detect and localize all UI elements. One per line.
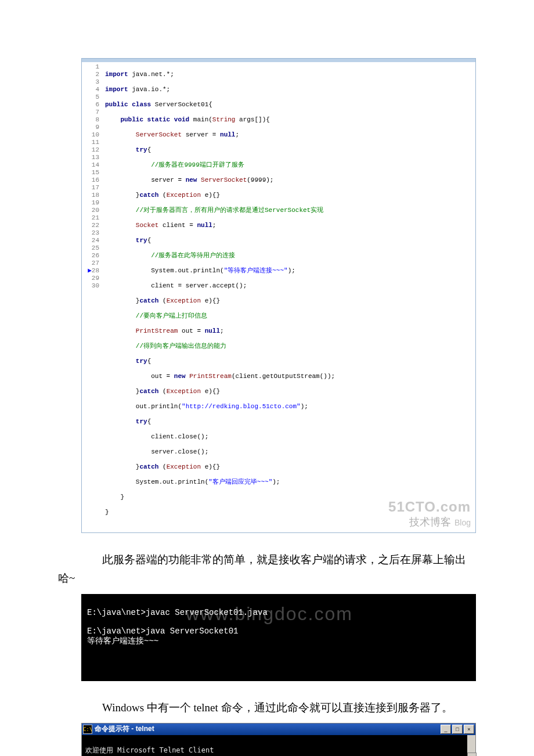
- terminal-output-1: E:\java\net>javac ServerSocket01.java E:…: [81, 594, 476, 681]
- cmd-body: 欢迎使用 Microsoft Telnet Client Escape 字符是 …: [82, 735, 475, 756]
- code-editor-screenshot: 1 2 3 4 5 6 7 8 910111213141516171819202…: [81, 58, 476, 533]
- minimize-button[interactable]: _: [441, 725, 451, 734]
- window-titlebar: C:\ 命令提示符 - telnet _ □ ×: [82, 723, 475, 735]
- line-number-gutter: 1 2 3 4 5 6 7 8 910111213141516171819202…: [82, 62, 103, 532]
- window-title: 命令提示符 - telnet: [95, 724, 441, 734]
- command-prompt-window: C:\ 命令提示符 - telnet _ □ × 欢迎使用 Microsoft …: [81, 723, 476, 756]
- maximize-button[interactable]: □: [452, 725, 463, 734]
- code-body: 1 2 3 4 5 6 7 8 910111213141516171819202…: [82, 62, 475, 532]
- document-page: 1 2 3 4 5 6 7 8 910111213141516171819202…: [0, 0, 534, 756]
- scrollbar[interactable]: ▲: [467, 735, 475, 756]
- paragraph-1: 此服务器端的功能非常的简单，就是接收客户端的请求，之后在屏幕上输出哈~: [58, 550, 476, 588]
- code-lines: import java.net.*; import java.io.*; pub…: [103, 62, 337, 532]
- close-button[interactable]: ×: [464, 725, 474, 734]
- scroll-up-icon[interactable]: ▲: [467, 753, 477, 756]
- cmd-icon: C:\: [83, 725, 92, 734]
- paragraph-2: Windows 中有一个 telnet 命令，通过此命令就可以直接连接到服务器了…: [58, 699, 476, 717]
